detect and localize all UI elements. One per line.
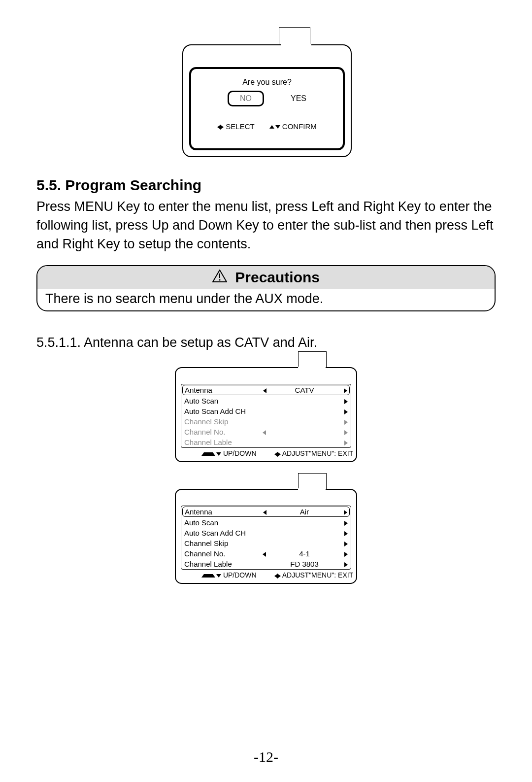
menu-item[interactable]: Channel No.4-1 [181, 548, 351, 559]
menu-figure-catv: AntennaCATVAuto ScanAuto Scan Add CHChan… [175, 367, 357, 462]
updown-hint: UP/DOWN [184, 571, 257, 579]
updown-hint-text: UP/DOWN [223, 449, 257, 457]
menu-item[interactable]: Channel No. [181, 427, 351, 437]
confirm-dialog-figure: Are you sure? NO YES SELECT CONFIRM [182, 44, 350, 157]
triangle-left-icon [266, 574, 278, 578]
menu-item[interactable]: Channel Skip [181, 538, 351, 548]
page-number: -12- [0, 748, 532, 765]
triangle-down-icon [216, 452, 221, 456]
adjust-hint-text: ADJUST [282, 571, 309, 579]
menu-item-label: Auto Scan Add CH [184, 529, 258, 537]
confirm-hint-text: CONFIRM [282, 122, 317, 131]
select-hint-text: SELECT [226, 122, 254, 131]
arrow-left-icon [258, 549, 270, 558]
section-body: Press MENU Key to enter the menu list, p… [36, 198, 497, 253]
exit-hint: "MENU": EXIT [309, 571, 353, 579]
precautions-box: Precautions There is no search menu unde… [36, 265, 496, 311]
triangle-down-icon [275, 125, 280, 129]
dialog-frame: Are you sure? NO YES SELECT CONFIRM [182, 44, 352, 157]
menu-footer: UP/DOWN ADJUST "MENU": EXIT [181, 570, 351, 579]
warning-icon [212, 269, 227, 286]
menu-item-label: Auto Scan [184, 397, 258, 405]
menu-item-label: Auto Scan Add CH [184, 407, 258, 415]
yes-label[interactable]: YES [291, 94, 306, 103]
arrow-right-icon [339, 539, 348, 547]
dialog-options-row: NO YES [191, 91, 343, 106]
menu-frame: AntennaAirAuto ScanAuto Scan Add CHChann… [175, 489, 357, 584]
triangle-right-icon [220, 125, 224, 130]
select-hint: SELECT [217, 122, 255, 131]
menu-item[interactable]: Auto Scan [181, 517, 351, 528]
menu-notch-cover [298, 367, 326, 371]
menu-item-label: Channel No. [184, 549, 258, 558]
triangle-right-icon [277, 452, 281, 457]
menu-item[interactable]: Auto Scan Add CH [181, 528, 351, 538]
menu-item-label: Antenna [185, 508, 259, 516]
arrow-right-icon [339, 428, 348, 436]
arrow-right-icon [339, 549, 348, 558]
svg-point-2 [219, 279, 220, 281]
menu-item[interactable]: Auto Scan Add CH [181, 406, 351, 416]
arrow-right-icon [339, 560, 348, 568]
menu-item-value: FD 3803 [270, 560, 339, 568]
updown-hint: UP/DOWN [184, 449, 257, 457]
triangle-right-icon [277, 574, 281, 578]
menu-item[interactable]: AntennaAir [182, 507, 350, 517]
menu-item-label: Channel Lable [184, 560, 258, 568]
triangle-up-icon [201, 452, 215, 456]
dialog-notch-cover [281, 44, 311, 48]
menu-item-label: Channel Lable [184, 438, 258, 446]
triangle-up-icon [269, 125, 274, 129]
menu-list: AntennaCATVAuto ScanAuto Scan Add CHChan… [181, 384, 351, 448]
arrow-right-icon [339, 397, 348, 405]
dialog-inner: Are you sure? NO YES SELECT CONFIRM [189, 67, 345, 150]
arrow-right-icon [339, 438, 348, 446]
menu-item[interactable]: AntennaCATV [182, 385, 350, 395]
menu-item[interactable]: Channel Lable [181, 437, 351, 447]
menu-list: AntennaAirAuto ScanAuto Scan Add CHChann… [181, 506, 351, 570]
arrow-right-icon [339, 529, 348, 537]
triangle-up-icon [201, 574, 215, 578]
updown-hint-text: UP/DOWN [223, 571, 257, 579]
menu-item-label: Channel Skip [184, 417, 258, 426]
menu-item-label: Channel No. [184, 428, 258, 436]
menu-item[interactable]: Channel Skip [181, 416, 351, 427]
triangle-down-icon [216, 574, 221, 578]
menu-frame: AntennaCATVAuto ScanAuto Scan Add CHChan… [175, 367, 357, 462]
menu-item-value: CATV [270, 386, 338, 394]
menu-notch-cover [298, 488, 326, 492]
precautions-header: Precautions [37, 266, 495, 289]
adjust-hint: ADJUST [257, 571, 309, 579]
menu-item-label: Auto Scan [184, 518, 258, 527]
arrow-left-icon [259, 508, 270, 516]
arrow-left-icon [259, 386, 270, 394]
arrow-right-icon [339, 518, 348, 527]
menu-item-value: 4-1 [270, 549, 339, 558]
arrow-right-icon [339, 407, 348, 415]
menu-item[interactable]: Channel LableFD 3803 [181, 559, 351, 569]
section-heading: 5.5. Program Searching [36, 177, 497, 194]
no-button[interactable]: NO [228, 91, 264, 106]
arrow-right-icon [338, 508, 347, 516]
menu-figure-air: AntennaAirAuto ScanAuto Scan Add CHChann… [175, 489, 357, 584]
confirm-hint: CONFIRM [269, 122, 317, 131]
arrow-right-icon [339, 417, 348, 426]
menu-item-label: Channel Skip [184, 539, 258, 547]
arrow-right-icon [338, 386, 347, 394]
precautions-body: There is no search menu under the AUX mo… [37, 289, 495, 310]
precautions-title: Precautions [235, 269, 320, 285]
dialog-hints: SELECT CONFIRM [191, 122, 343, 131]
arrow-left-icon [258, 428, 270, 436]
triangle-left-icon [266, 452, 278, 457]
adjust-hint: ADJUST [257, 449, 309, 457]
menu-item-value: Air [270, 508, 338, 516]
adjust-hint-text: ADJUST [282, 449, 309, 457]
dialog-question: Are you sure? [191, 78, 343, 87]
document-page: Are you sure? NO YES SELECT CONFIRM [0, 0, 532, 782]
menu-item-label: Antenna [185, 386, 259, 394]
exit-hint: "MENU": EXIT [309, 449, 353, 457]
menu-footer: UP/DOWN ADJUST "MENU": EXIT [181, 448, 351, 457]
subsection-heading: 5.5.1.1. Antenna can be setup as CATV an… [36, 335, 497, 350]
menu-item[interactable]: Auto Scan [181, 396, 351, 406]
